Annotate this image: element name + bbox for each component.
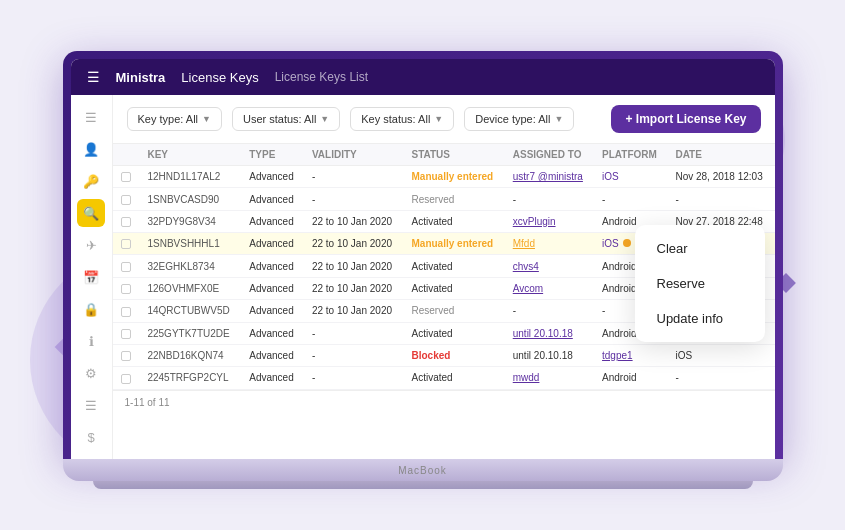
row-validity: 22 to 10 Jan 2020	[304, 210, 404, 232]
laptop-container: ☰ Ministra License Keys License Keys Lis…	[63, 51, 783, 489]
breadcrumb: License Keys List	[275, 70, 368, 84]
row-checkbox[interactable]	[113, 322, 140, 344]
row-assigned[interactable]: xcvPlugin	[505, 210, 594, 232]
nav-section: License Keys	[181, 70, 258, 85]
row-type: Advanced	[241, 277, 304, 299]
key-type-arrow: ▼	[202, 114, 211, 124]
sidebar-icon-users[interactable]: 👤	[77, 135, 105, 163]
sidebar-icon-lock[interactable]: 🔒	[77, 295, 105, 323]
row-checkbox[interactable]	[113, 367, 140, 389]
row-checkbox[interactable]	[113, 344, 140, 366]
row-date: Nov 28, 2018 12:03	[667, 166, 774, 188]
row-key: 32PDY9G8V34	[139, 210, 241, 232]
row-checkbox[interactable]	[113, 210, 140, 232]
filter-bar: Key type: All ▼ User status: All ▼ Key s…	[113, 95, 775, 144]
row-type: Advanced	[241, 255, 304, 277]
key-type-filter[interactable]: Key type: All ▼	[127, 107, 222, 131]
col-platform: PLATFORM	[594, 144, 667, 166]
sidebar-icon-menu[interactable]: ☰	[77, 103, 105, 131]
table-header-row: KEY TYPE VALIDITY STATUS ASSIGNED TO PLA…	[113, 144, 775, 166]
table-row[interactable]: 1SNBVCASD90 Advanced - Reserved - - -	[113, 188, 775, 210]
sidebar-icon-info[interactable]: ℹ	[77, 327, 105, 355]
row-date: -	[667, 367, 774, 389]
row-checkbox[interactable]	[113, 188, 140, 210]
row-assigned[interactable]: chvs4	[505, 255, 594, 277]
row-type: Advanced	[241, 188, 304, 210]
row-date: iOS	[667, 344, 774, 366]
device-type-arrow: ▼	[554, 114, 563, 124]
context-menu-reserve[interactable]: Reserve	[635, 266, 765, 301]
sidebar-icon-list[interactable]: ☰	[77, 391, 105, 419]
user-status-arrow: ▼	[320, 114, 329, 124]
sidebar-icon-settings[interactable]: ⚙	[77, 359, 105, 387]
row-status: Activated	[404, 255, 505, 277]
row-key: 14QRCTUBWV5D	[139, 300, 241, 322]
row-platform: -	[594, 188, 667, 210]
row-assigned[interactable]: mwdd	[505, 367, 594, 389]
row-assigned: -	[505, 188, 594, 210]
row-key: 32EGHKL8734	[139, 255, 241, 277]
row-validity: 22 to 10 Jan 2020	[304, 255, 404, 277]
table-row[interactable]: 12HND1L17AL2 Advanced - Manually entered…	[113, 166, 775, 188]
row-status: Activated	[404, 322, 505, 344]
row-checkbox[interactable]	[113, 255, 140, 277]
row-key: 126OVHMFX0E	[139, 277, 241, 299]
col-validity: VALIDITY	[304, 144, 404, 166]
row-checkbox[interactable]	[113, 233, 140, 255]
import-license-key-button[interactable]: + Import License Key	[611, 105, 760, 133]
table-row[interactable]: 2245TRFGP2CYL Advanced - Activated mwdd …	[113, 367, 775, 389]
row-status: Blocked	[404, 344, 505, 366]
col-key: KEY	[139, 144, 241, 166]
sidebar-icon-calendar[interactable]: 📅	[77, 263, 105, 291]
row-platform: Android	[594, 367, 667, 389]
sidebar-icon-search[interactable]: 🔍	[77, 199, 105, 227]
nav-brand: Ministra	[116, 70, 166, 85]
row-type: Advanced	[241, 233, 304, 255]
row-checkbox[interactable]	[113, 300, 140, 322]
row-validity: 22 to 10 Jan 2020	[304, 277, 404, 299]
row-type: Advanced	[241, 300, 304, 322]
device-type-filter[interactable]: Device type: All ▼	[464, 107, 574, 131]
row-status: Activated	[404, 277, 505, 299]
col-date: DATE	[667, 144, 774, 166]
row-key: 225GYTK7TU2DE	[139, 322, 241, 344]
pagination: 1-11 of 11	[113, 390, 775, 414]
hamburger-icon[interactable]: ☰	[87, 69, 100, 85]
context-menu-update-info[interactable]: Update info	[635, 301, 765, 336]
col-assigned: ASSIGNED TO	[505, 144, 594, 166]
row-validity: -	[304, 367, 404, 389]
row-type: Advanced	[241, 322, 304, 344]
row-assigned[interactable]: Avcom	[505, 277, 594, 299]
row-assigned: -	[505, 300, 594, 322]
row-checkbox[interactable]	[113, 166, 140, 188]
user-status-filter[interactable]: User status: All ▼	[232, 107, 340, 131]
row-status: Activated	[404, 367, 505, 389]
row-validity: -	[304, 166, 404, 188]
row-date: -	[667, 188, 774, 210]
row-type: Advanced	[241, 344, 304, 366]
row-platform: tdgpe1	[594, 344, 667, 366]
key-status-arrow: ▼	[434, 114, 443, 124]
row-assigned[interactable]: ustr7 @ministra	[505, 166, 594, 188]
laptop-screen: ☰ Ministra License Keys License Keys Lis…	[63, 51, 783, 459]
row-validity: -	[304, 188, 404, 210]
sidebar-icon-send[interactable]: ✈	[77, 231, 105, 259]
sidebar-icon-dollar[interactable]: $	[77, 423, 105, 451]
row-assigned[interactable]: Mfdd	[505, 233, 594, 255]
row-key: 1SNBVSHHHL1	[139, 233, 241, 255]
context-menu-clear[interactable]: Clear	[635, 231, 765, 266]
context-menu: Clear Reserve Update info	[635, 225, 765, 342]
row-status: Manually entered	[404, 166, 505, 188]
row-type: Advanced	[241, 166, 304, 188]
sidebar: ☰ 👤 🔑 🔍 ✈ 📅 🔒 ℹ ⚙ ☰ $	[71, 95, 113, 459]
row-platform: iOS	[594, 166, 667, 188]
row-status: Activated	[404, 210, 505, 232]
row-checkbox[interactable]	[113, 277, 140, 299]
key-status-filter[interactable]: Key status: All ▼	[350, 107, 454, 131]
row-validity: -	[304, 344, 404, 366]
row-validity: 22 to 10 Jan 2020	[304, 300, 404, 322]
sidebar-icon-keys[interactable]: 🔑	[77, 167, 105, 195]
table-row[interactable]: 22NBD16KQN74 Advanced - Blocked until 20…	[113, 344, 775, 366]
col-type: TYPE	[241, 144, 304, 166]
row-assigned[interactable]: until 20.10.18	[505, 322, 594, 344]
